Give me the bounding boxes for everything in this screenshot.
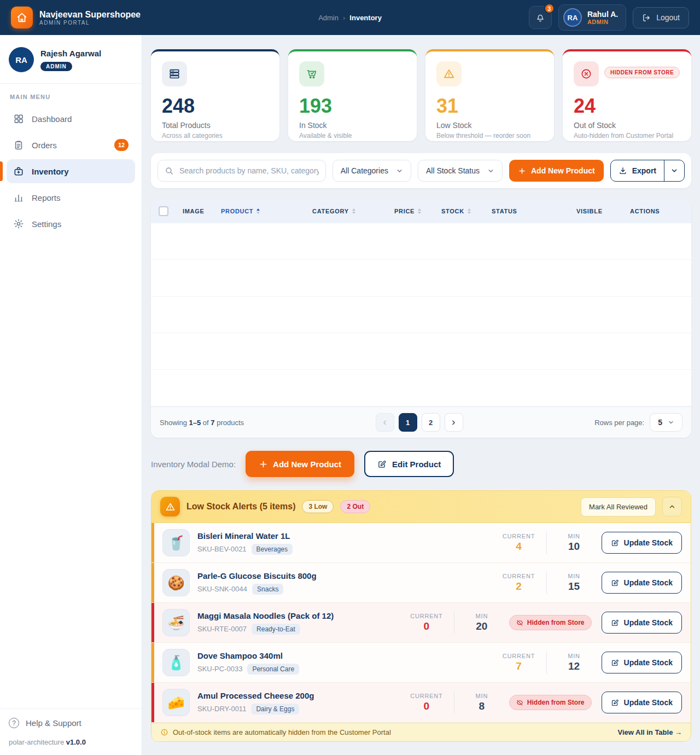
divider xyxy=(454,611,454,634)
menu-section-label: MAIN MENU xyxy=(0,90,142,106)
bell-icon xyxy=(535,12,546,23)
sidebar-item-inventory[interactable]: Inventory xyxy=(7,159,135,183)
download-icon xyxy=(619,166,627,175)
breadcrumb-section[interactable]: Admin xyxy=(318,14,339,22)
collapse-panel-button[interactable] xyxy=(662,497,682,516)
current-stock: CURRENT 4 xyxy=(501,533,536,553)
next-page-button[interactable] xyxy=(445,413,463,432)
min-stock: MIN 10 xyxy=(557,533,592,553)
sidebar-item-reports[interactable]: Reports xyxy=(7,185,135,210)
alert-product-info: Parle-G Glucose Biscuits 800g SKU-SNK-00… xyxy=(197,571,317,595)
chevron-left-icon xyxy=(381,419,388,426)
rows-per-page-select[interactable]: 5 xyxy=(650,413,682,432)
column-category[interactable]: CATEGORY xyxy=(312,208,394,214)
alerts-header: Low Stock Alerts (5 items) 3 Low 2 Out M… xyxy=(151,491,691,523)
edit-icon xyxy=(611,659,619,667)
column-product[interactable]: PRODUCT xyxy=(221,208,312,214)
alert-item: 🍪 Parle-G Glucose Biscuits 800g SKU-SNK-… xyxy=(151,563,691,603)
update-stock-button[interactable]: Update Stock xyxy=(602,612,682,634)
prev-page-button[interactable] xyxy=(376,413,394,432)
help-support-link[interactable]: Help & Support xyxy=(0,708,142,737)
plus-icon xyxy=(518,167,526,175)
page-2-button[interactable]: 2 xyxy=(422,413,440,432)
category-filter[interactable]: All Categories xyxy=(332,160,411,182)
eye-slash-icon xyxy=(516,619,523,626)
stock-status-filter[interactable]: All Stock Status xyxy=(418,160,503,182)
modal-demo-row: Inventory Modal Demo: Add New Product Ed… xyxy=(151,451,691,477)
out-count-badge: 2 Out xyxy=(340,500,370,513)
info-circle-icon xyxy=(160,728,168,736)
demo-label: Inventory Modal Demo: xyxy=(151,460,236,469)
x-circle-icon xyxy=(574,61,599,86)
alert-item: 🍜 Maggi Masala Noodles (Pack of 12) SKU-… xyxy=(151,603,691,643)
breadcrumb-current: Inventory xyxy=(349,14,382,22)
products-table: IMAGE PRODUCT CATEGORY PRICE STOCK STATU… xyxy=(151,199,691,438)
plus-icon xyxy=(259,460,268,469)
mark-all-reviewed-button[interactable]: Mark All Reviewed xyxy=(581,497,656,516)
search-input[interactable] xyxy=(179,166,319,175)
update-stock-button[interactable]: Update Stock xyxy=(602,572,682,594)
demo-edit-product-button[interactable]: Edit Product xyxy=(364,451,454,477)
product-name: Dove Shampoo 340ml xyxy=(197,651,299,660)
pagination-summary: Showing 1–5 of 7 products xyxy=(160,419,244,427)
gear-icon xyxy=(13,218,24,229)
stat-card-out-of-stock: HIDDEN FROM STORE 24 Out of Stock Auto-h… xyxy=(563,49,691,141)
bar-chart-icon xyxy=(13,192,24,203)
product-name: Amul Processed Cheese 200g xyxy=(197,691,314,700)
search-box xyxy=(158,160,326,182)
export-options-button[interactable] xyxy=(664,160,684,181)
table-row xyxy=(151,370,691,406)
update-stock-button[interactable]: Update Stock xyxy=(602,532,682,554)
demo-add-product-button[interactable]: Add New Product xyxy=(246,451,354,477)
sidebar-item-settings[interactable]: Settings xyxy=(7,212,135,236)
user-menu[interactable]: RA Rahul A. ADMIN xyxy=(558,4,626,31)
stat-card-total-products: 248 Total Products Across all categories xyxy=(151,49,279,141)
add-new-product-button[interactable]: Add New Product xyxy=(509,160,604,182)
stack-icon xyxy=(162,61,187,86)
grid-icon xyxy=(13,113,24,124)
edit-icon xyxy=(611,539,619,547)
product-image: 🍜 xyxy=(162,609,190,636)
app-header: Navjeevan Supershopee ADMIN PORTAL Admin… xyxy=(0,0,700,35)
brand-subtitle: ADMIN PORTAL xyxy=(39,20,141,26)
column-visible: VISIBLE xyxy=(576,208,630,214)
select-all-checkbox[interactable] xyxy=(159,206,168,216)
cart-check-icon xyxy=(299,61,324,86)
stat-label: Low Stock xyxy=(436,121,543,130)
alert-product-info: Bisleri Mineral Water 1L SKU-BEV-0021 Be… xyxy=(197,531,293,555)
current-stock: CURRENT 7 xyxy=(501,653,536,672)
page-1-button[interactable]: 1 xyxy=(399,413,417,432)
stat-card-in-stock: 193 In Stock Available & visible xyxy=(288,49,417,141)
column-price[interactable]: PRICE xyxy=(394,208,441,214)
min-stock: MIN 15 xyxy=(557,573,592,593)
view-all-link[interactable]: View All in Table → xyxy=(617,728,682,736)
export-split-button: Export xyxy=(610,160,685,182)
stat-value: 31 xyxy=(436,95,543,117)
column-actions: ACTIONS xyxy=(630,208,682,214)
export-button[interactable]: Export xyxy=(611,160,664,181)
category-badge: Personal Care xyxy=(247,664,299,675)
column-stock[interactable]: STOCK xyxy=(441,208,492,214)
notifications-button[interactable]: 3 xyxy=(529,6,552,29)
filter-toolbar: All Categories All Stock Status Add New … xyxy=(151,153,691,188)
orders-count-badge: 12 xyxy=(114,139,129,151)
notification-count-badge: 3 xyxy=(544,3,555,14)
stats-row: 248 Total Products Across all categories… xyxy=(151,49,691,141)
divider xyxy=(546,531,547,554)
divider xyxy=(546,651,547,674)
sidebar-item-dashboard[interactable]: Dashboard xyxy=(7,107,135,131)
edit-icon xyxy=(377,460,387,469)
brand: Navjeevan Supershopee ADMIN PORTAL xyxy=(11,7,141,28)
brand-title: Navjeevan Supershopee xyxy=(39,9,141,20)
logout-button[interactable]: Logout xyxy=(633,7,689,28)
sidebar-item-orders[interactable]: Orders 12 xyxy=(7,133,135,157)
user-name: Rahul A. xyxy=(587,10,618,19)
product-image: 🍪 xyxy=(162,569,190,596)
sort-icon xyxy=(256,208,260,214)
edit-icon xyxy=(611,699,619,707)
divider xyxy=(546,571,547,594)
breadcrumb: Admin › Inventory xyxy=(318,14,382,22)
update-stock-button[interactable]: Update Stock xyxy=(602,692,682,713)
update-stock-button[interactable]: Update Stock xyxy=(602,652,682,673)
product-sku: SKU-RTE-0007 xyxy=(197,625,247,633)
